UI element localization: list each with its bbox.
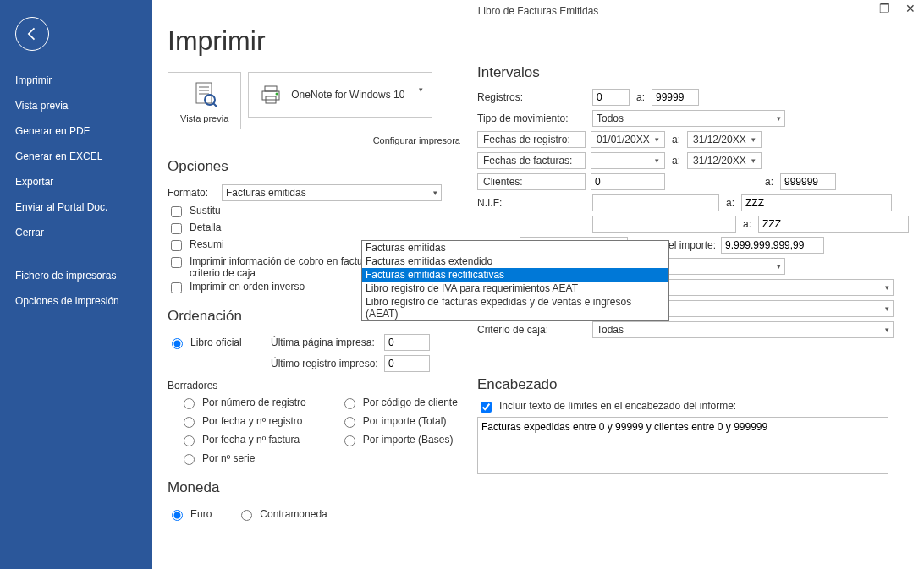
radio-codigo-cliente[interactable]: Por código de cliente — [340, 396, 458, 409]
borradores-label: Borradores — [168, 380, 464, 391]
nif-from[interactable] — [592, 194, 719, 211]
formato-option-2[interactable]: Facturas emitidas rectificativas — [362, 268, 668, 282]
check-resumi[interactable] — [171, 240, 182, 251]
chevron-down-icon: ▾ — [433, 189, 437, 197]
fechas-registro-to[interactable]: 31/12/20XX▾ — [687, 131, 762, 148]
printer-selector[interactable]: OneNote for Windows 10 ▾ — [248, 72, 432, 118]
window-title: Libro de Facturas Emitidas — [478, 5, 599, 17]
fechas-registro-from[interactable]: 01/01/20XX▾ — [591, 131, 665, 148]
fechas-facturas-btn[interactable]: Fechas de facturas: — [477, 152, 586, 169]
tipo-mov-label: Tipo de movimiento: — [477, 112, 587, 124]
fechas-registro-btn[interactable]: Fechas de registro: — [477, 131, 586, 148]
nav-imprimir[interactable]: Imprimir — [15, 68, 137, 93]
check-sustitu[interactable] — [171, 206, 182, 217]
back-button[interactable] — [15, 17, 49, 51]
page-heading: Imprimir — [168, 25, 464, 57]
registros-label: Registros: — [477, 91, 587, 103]
formato-select[interactable]: Facturas emitidas ▾ — [222, 184, 442, 201]
clientes-btn[interactable]: Clientes: — [477, 173, 586, 190]
configure-printer-link[interactable]: Configurar impresora — [373, 135, 460, 145]
formato-option-4[interactable]: Libro registro de facturas expedidas y d… — [362, 295, 668, 320]
ult-pag-label: Última página impresa: — [271, 336, 379, 348]
nif-to[interactable] — [741, 194, 892, 211]
radio-euro[interactable]: Euro — [168, 507, 212, 521]
nav-vista-previa[interactable]: Vista previa — [15, 93, 137, 118]
ult-pag-input[interactable] — [384, 334, 430, 351]
preview-button[interactable]: Vista previa — [168, 72, 241, 129]
svg-line-5 — [213, 103, 217, 107]
formato-option-3[interactable]: Libro registro de IVA para requerimiento… — [362, 282, 668, 295]
restore-icon[interactable]: ❐ — [876, 2, 894, 15]
formato-option-0[interactable]: Facturas emitidas — [362, 241, 668, 254]
nav-opciones-impresion[interactable]: Opciones de impresión — [15, 288, 137, 314]
svg-point-9 — [276, 93, 278, 96]
nav-exportar[interactable]: Exportar — [15, 169, 137, 194]
preview-button-label: Vista previa — [180, 113, 228, 123]
check-orden-inverso[interactable] — [171, 282, 182, 293]
tipo-mov-select[interactable]: Todos▾ — [592, 110, 785, 127]
chevron-down-icon: ▾ — [419, 85, 423, 94]
radio-importe-bases[interactable]: Por importe (Bases) — [340, 433, 458, 446]
criterio-select[interactable]: Todas▾ — [592, 321, 894, 338]
radio-contramoneda[interactable]: Contramoneda — [237, 507, 327, 521]
encabezado-textarea[interactable]: Facturas expedidas entre 0 y 99999 y cli… — [477, 417, 888, 474]
title-bar: Libro de Facturas Emitidas ❐ ✕ — [152, 0, 924, 19]
radio-libro-oficial[interactable]: Libro oficial — [168, 336, 266, 349]
printer-name: OneNote for Windows 10 — [291, 89, 404, 101]
radio-num-registro[interactable]: Por número de registro — [179, 396, 306, 409]
nif-label: N.I.F: — [477, 197, 587, 209]
options-heading: Opciones — [168, 158, 464, 175]
svg-rect-6 — [265, 86, 277, 91]
check-cobro[interactable] — [171, 257, 182, 268]
formato-label: Formato: — [168, 187, 217, 199]
intervalos-heading: Intervalos — [477, 64, 916, 81]
nav-cerrar[interactable]: Cerrar — [15, 220, 137, 245]
moneda-heading: Moneda — [168, 479, 464, 496]
radio-num-serie[interactable]: Por nº serie — [179, 451, 306, 465]
sidebar: Imprimir Vista previa Generar en PDF Gen… — [0, 0, 152, 569]
blank-to[interactable] — [758, 216, 909, 233]
importe-to[interactable] — [721, 237, 824, 254]
nav-generar-pdf[interactable]: Generar en PDF — [15, 118, 137, 144]
registros-to[interactable] — [652, 89, 699, 106]
radio-importe-total[interactable]: Por importe (Total) — [340, 414, 458, 428]
formato-option-1[interactable]: Facturas emitidas extendido — [362, 254, 668, 268]
formato-dropdown-list: Facturas emitidas Facturas emitidas exte… — [361, 240, 669, 321]
blank-from[interactable] — [592, 216, 736, 233]
ult-reg-label: Último registro impreso: — [271, 358, 379, 369]
criterio-label: Criterio de caja: — [477, 324, 587, 336]
printer-icon — [259, 83, 283, 107]
clientes-from[interactable] — [591, 173, 665, 190]
nav-fichero-impresoras[interactable]: Fichero de impresoras — [15, 263, 137, 288]
encabezado-heading: Encabezado — [477, 376, 916, 393]
svg-rect-0 — [196, 83, 212, 103]
ult-reg-input[interactable] — [384, 355, 430, 372]
registros-from[interactable] — [592, 89, 630, 106]
radio-fecha-factura[interactable]: Por fecha y nº factura — [179, 433, 306, 446]
close-icon[interactable]: ✕ — [902, 2, 919, 15]
fechas-facturas-to[interactable]: 31/12/20XX▾ — [687, 152, 762, 169]
fechas-facturas-from[interactable]: ▾ — [591, 152, 665, 169]
check-incluir-limites[interactable] — [481, 402, 492, 413]
radio-fecha-registro[interactable]: Por fecha y nº registro — [179, 414, 306, 428]
document-preview-icon — [190, 79, 220, 110]
nav-generar-excel[interactable]: Generar en EXCEL — [15, 144, 137, 169]
clientes-to[interactable] — [780, 173, 836, 190]
nav-portal-doc[interactable]: Enviar al Portal Doc. — [15, 194, 137, 220]
check-detalla[interactable] — [171, 223, 182, 234]
